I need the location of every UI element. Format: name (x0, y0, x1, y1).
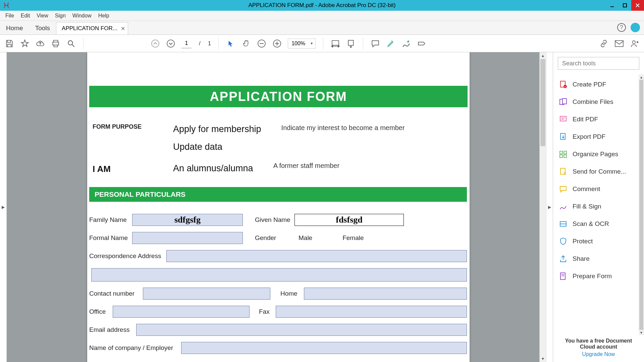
tools-list: +Create PDF Combine Files Edit PDF Expor… (553, 74, 644, 335)
tools-scroll-up-icon[interactable]: ▲ (639, 74, 644, 80)
address-label: Correspondence Address (89, 252, 163, 260)
print-icon[interactable] (51, 39, 60, 48)
home-input[interactable] (304, 288, 467, 300)
menu-window[interactable]: Window (69, 11, 95, 20)
sign-pen-icon[interactable] (401, 39, 411, 48)
tool-fill-sign[interactable]: Fill & Sign (553, 198, 644, 215)
main-toolbar: / 1 100% ▼ (0, 35, 644, 52)
cloud-upload-icon[interactable] (36, 39, 45, 48)
scan-ocr-icon (559, 220, 567, 228)
left-panel-toggle[interactable]: ▶ (2, 205, 5, 209)
given-name-input[interactable] (294, 214, 404, 226)
window-title: APPLICATION FORM.pdf - Adobe Acrobat Pro… (248, 2, 395, 9)
search-icon[interactable] (66, 39, 76, 48)
given-name-label: Given Name (255, 216, 291, 224)
svg-point-6 (152, 40, 159, 47)
tools-scrollbar[interactable]: ▲ ▼ (639, 74, 644, 335)
tool-edit-pdf[interactable]: Edit PDF (553, 111, 644, 128)
comment-icon[interactable] (371, 39, 380, 48)
menu-file[interactable]: File (2, 11, 17, 20)
family-name-label: Family Name (89, 216, 129, 224)
share-icon (559, 255, 567, 263)
company-input[interactable] (181, 342, 467, 354)
save-icon[interactable] (5, 39, 14, 48)
share-person-icon[interactable] (630, 39, 639, 48)
document-area[interactable]: APPLICATION FORM FORM PURPOSE Apply for … (7, 52, 546, 362)
export-pdf-icon (559, 133, 567, 141)
svg-point-7 (167, 40, 174, 47)
page-down-icon[interactable] (166, 39, 175, 48)
iam-option-small: A former staff member (273, 160, 339, 170)
company-label: Name of company / Employer (89, 344, 178, 352)
tools-scrollbar-thumb[interactable] (639, 80, 643, 330)
zoom-select[interactable]: 100% ▼ (288, 39, 316, 49)
office-label: Office (89, 308, 109, 315)
scroll-up-icon[interactable]: ▲ (540, 52, 546, 59)
zoom-in-icon[interactable] (272, 39, 282, 48)
tab-tools[interactable]: Tools (29, 21, 56, 35)
address-line1-input[interactable] (166, 250, 467, 262)
tool-comment[interactable]: Comment (553, 180, 644, 198)
cursor-arrow-icon[interactable] (226, 39, 235, 48)
formal-name-input[interactable] (132, 232, 243, 244)
highlight-icon[interactable] (386, 39, 395, 48)
minimize-button[interactable] (606, 0, 619, 11)
email-icon[interactable] (614, 39, 624, 48)
family-name-input[interactable] (132, 214, 243, 226)
tab-document[interactable]: APPLICATION FOR... ✕ (56, 22, 128, 35)
svg-rect-1 (623, 4, 627, 7)
page-up-icon[interactable] (151, 39, 160, 48)
maximize-button[interactable] (619, 0, 631, 11)
close-window-button[interactable] (631, 0, 644, 11)
menu-view[interactable]: View (33, 11, 51, 20)
contact-input[interactable] (143, 288, 270, 300)
user-avatar[interactable] (631, 23, 640, 32)
scrollbar-thumb[interactable] (540, 59, 545, 146)
tool-prepare-form[interactable]: Prepare Form (553, 267, 644, 285)
tool-export-pdf[interactable]: Export PDF (553, 128, 644, 145)
tool-share[interactable]: Share (553, 250, 644, 267)
formal-name-label: Formal Name (89, 234, 129, 242)
tool-combine-files[interactable]: Combine Files (553, 93, 644, 111)
link-attach-icon[interactable] (599, 39, 608, 48)
upgrade-now-link[interactable]: Upgrade Now (553, 351, 644, 362)
menu-edit[interactable]: Edit (17, 11, 34, 20)
tool-organize-pages[interactable]: Organize Pages (553, 145, 644, 163)
office-input[interactable] (113, 306, 250, 318)
fit-width-icon[interactable] (331, 39, 340, 48)
main-area: ▶ APPLICATION FORM FORM PURPOSE Apply fo… (0, 52, 644, 362)
tool-create-pdf[interactable]: +Create PDF (553, 76, 644, 93)
tool-protect[interactable]: Protect (553, 233, 644, 250)
search-tools-input[interactable] (558, 57, 639, 70)
page-total: 1 (208, 40, 211, 47)
fax-input[interactable] (276, 306, 467, 318)
right-panel-toggle[interactable]: ▶ (548, 205, 551, 209)
combine-files-icon (559, 98, 567, 106)
svg-rect-25 (560, 133, 565, 139)
tab-home[interactable]: Home (0, 21, 29, 35)
tool-scan-ocr[interactable]: Scan & OCR (553, 215, 644, 233)
close-tab-icon[interactable]: ✕ (121, 25, 125, 32)
hand-pan-icon[interactable] (241, 39, 251, 48)
zoom-value: 100% (291, 41, 305, 47)
svg-rect-15 (615, 41, 623, 47)
gender-label: Gender (255, 234, 278, 242)
svg-rect-33 (560, 273, 565, 280)
menu-sign[interactable]: Sign (52, 11, 69, 20)
zoom-out-icon[interactable] (257, 39, 266, 48)
stamp-icon[interactable] (417, 39, 426, 48)
tool-send-for-comments[interactable]: Send for Comme... (553, 163, 644, 180)
svg-line-5 (72, 45, 74, 47)
help-icon[interactable]: ? (617, 23, 626, 32)
scroll-down-icon[interactable]: ▼ (540, 355, 546, 362)
tools-scroll-down-icon[interactable]: ▼ (639, 330, 644, 335)
vertical-scrollbar[interactable]: ▲ ▼ (539, 52, 546, 362)
menu-help[interactable]: Help (95, 11, 113, 20)
email-input[interactable] (136, 324, 467, 336)
gender-female: Female (342, 234, 364, 242)
fit-page-icon[interactable] (346, 39, 356, 48)
address-line2-input[interactable] (91, 268, 467, 282)
svg-rect-14 (348, 40, 353, 45)
page-number-input[interactable] (181, 39, 192, 48)
star-icon[interactable] (20, 39, 30, 48)
